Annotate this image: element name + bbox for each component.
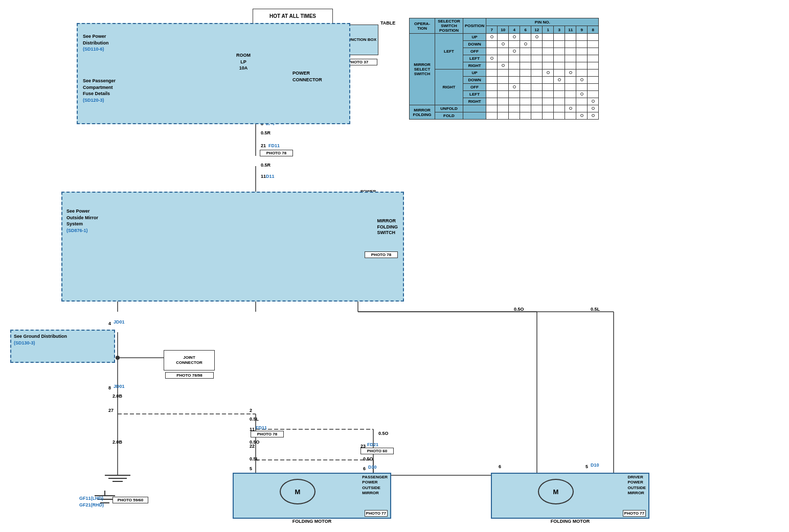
table-label: TABLE (380, 20, 395, 26)
pin-21-label: 21 (261, 143, 266, 148)
d10-label: D10 (591, 462, 599, 468)
driver-mirror-box: M DRIVERPOWEROUTSIDEMIRROR PHOTO 77 (491, 473, 649, 519)
wire-05l-col: 0.5L (591, 307, 600, 312)
power-distribution-box: See PowerDistribution (SD110-6) ROOMLP10… (77, 23, 350, 124)
fd11-label-b: FD11 (256, 425, 267, 430)
pin-11-label: 11 (261, 174, 266, 179)
wire-05o-right: 0.5O (378, 431, 389, 436)
outside-mirror-box: See PowerOutside MirrorSystem (SD876-1) … (61, 192, 404, 302)
wire-05l-2: 0.5L (250, 417, 259, 422)
hot-at-all-times-label: HOT AT ALL TIMES (253, 9, 333, 24)
wire-05o-3: 0.5O (363, 456, 373, 461)
pin-5b-label: 5 (585, 464, 588, 469)
wire-05l-3: 0.5L (250, 456, 259, 461)
pin-6a-label: 6 (363, 466, 366, 471)
wire-05o-col: 0.5O (514, 307, 524, 312)
d11-label-a: D11 (266, 174, 275, 179)
driver-motor-label: FOLDING MOTOR (519, 519, 621, 524)
selector-table: OPERA-TION SELECTORSWITCHPOSITION POSITI… (409, 18, 599, 120)
photo-7898-box: PHOTO 78/98 (165, 372, 214, 379)
jd01-label-b: JD01 (114, 384, 125, 389)
passenger-motor-label: FOLDING MOTOR (261, 519, 363, 524)
pin-8c-label: 8 (108, 385, 111, 390)
pin-2-label: 2 (250, 408, 252, 413)
passenger-mirror-box: M PASSENGERPOWEROUTSIDEMIRROR PHOTO 77 (233, 473, 391, 519)
fd11-label-a: FD11 (268, 143, 280, 148)
pin-27-label: 27 (108, 408, 114, 413)
wire-05r-2: 0.5R (261, 163, 270, 168)
photo-78-box-c: PHOTO 78 (251, 431, 284, 437)
photo-78-box-b: PHOTO 78 (365, 251, 398, 258)
photo-60-box: PHOTO 60 (360, 448, 394, 454)
sd110-link[interactable]: (SD110-6) (83, 47, 104, 52)
sd120-link[interactable]: (SD120-3) (83, 98, 104, 103)
jd01-label-a: JD01 (114, 319, 125, 325)
joint-connector-box: JOINTCONNECTOR (164, 350, 215, 371)
wire-05r-1: 0.5R (261, 130, 270, 135)
sd876-link[interactable]: (SD876-1) (66, 228, 88, 233)
pin-6b-label: 6 (499, 464, 501, 469)
wire-20b-2: 2.0B (112, 440, 122, 445)
photo-5960-box: PHOTO 59/60 (112, 497, 148, 503)
wire-20b-1: 2.0B (112, 394, 122, 399)
svg-point-50 (116, 356, 120, 360)
ground-dist-box: See Ground Distribution (SD130-3) (10, 330, 115, 363)
pin-5a-label: 5 (250, 466, 252, 471)
gf21-label: GF21(RHD) (79, 502, 104, 507)
diagram-container: HOT AT ALL TIMES TABLE See PowerDistribu… (0, 0, 789, 532)
fd21-label: FD21 (367, 442, 378, 447)
gf11-label: GF11(LHD) (79, 496, 103, 501)
pin-4-label: 4 (108, 321, 111, 326)
photo-78-box-a: PHOTO 78 (260, 150, 293, 156)
pin-22-label: 22 (250, 444, 255, 449)
d30-label: D30 (368, 465, 377, 470)
